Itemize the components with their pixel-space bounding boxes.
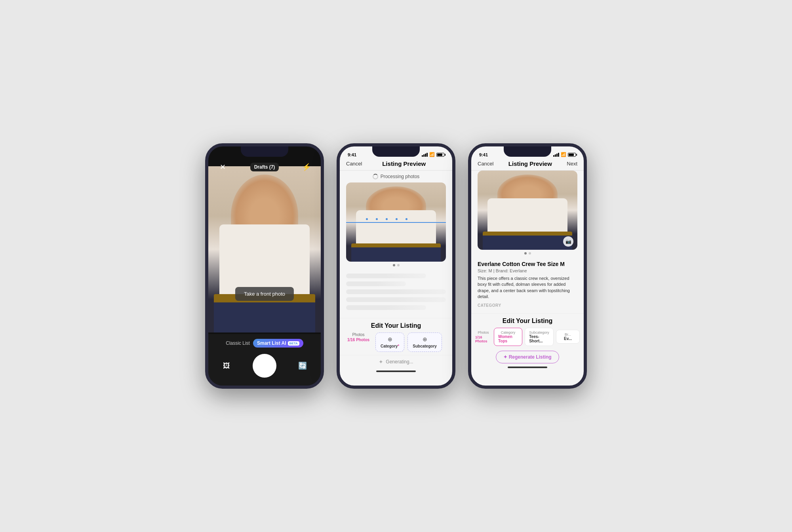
subcategory-tab-label: Subcategory — [529, 331, 549, 334]
status-icons: 📶 — [553, 152, 576, 157]
signal-icon — [422, 153, 428, 157]
category-header: CATEGORY — [478, 303, 577, 308]
loading-spinner — [373, 174, 378, 179]
status-icons: 📶 — [422, 152, 444, 157]
shutter-button[interactable] — [253, 354, 276, 378]
notch — [241, 146, 288, 157]
photos-tab[interactable]: Photos 1/16 Photos — [475, 331, 491, 343]
skeleton-line-4 — [346, 297, 446, 302]
drafts-button[interactable]: Drafts (7) — [250, 163, 279, 171]
cancel-button[interactable]: Cancel — [478, 161, 493, 167]
subcategory-tab[interactable]: Subcategory Tees- Short... — [525, 328, 554, 346]
smart-mode-button[interactable]: Smart List AI BETA — [253, 339, 303, 348]
subcategory-tab-value: Tees- Short... — [529, 334, 549, 343]
category-tab-label: Category* — [381, 344, 399, 348]
brand-tab-value: Ev... — [564, 336, 572, 341]
photos-tab[interactable]: Photos 1/16 Photos — [345, 332, 372, 352]
photos-label: Photos — [478, 331, 489, 334]
wifi-icon: 📶 — [561, 152, 566, 157]
phone-processing: 9:41 📶 Cancel Listing Preview — [337, 143, 455, 389]
edit-tabs: Photos 1/16 Photos ⊕ Category* ⊕ Subcate… — [340, 332, 452, 355]
notch — [372, 146, 420, 157]
cancel-button[interactable]: Cancel — [346, 161, 362, 167]
skeleton-line-1 — [346, 274, 426, 278]
brand-tab-label: Br... — [565, 332, 571, 336]
skeleton-line-5 — [346, 305, 426, 310]
regenerate-button[interactable]: ✦ Regenerate Listing — [496, 351, 559, 363]
listing-image — [346, 182, 446, 262]
camera-photo-area: Take a front photo — [208, 166, 321, 332]
camera-screen: ✕ Drafts (7) ⚡ Take a front photo Classi… — [208, 146, 321, 386]
time-display: 9:41 — [348, 152, 356, 157]
sparkle-icon: ✦ — [379, 359, 383, 365]
category-tab-label: Category — [501, 331, 516, 334]
subcategory-tab-label: Subcategory — [413, 344, 437, 348]
scan-dots — [366, 218, 407, 220]
edit-section-title: Edit Your Listing — [340, 318, 452, 332]
image-pagination — [340, 262, 452, 269]
page-title: Listing Preview — [508, 160, 552, 167]
home-indicator — [376, 370, 416, 372]
processing-text: Processing photos — [381, 174, 420, 179]
category-icon: ⊕ — [388, 336, 392, 342]
next-button[interactable]: Next — [567, 161, 577, 167]
category-tab[interactable]: Category Women Tops — [494, 328, 522, 346]
subcategory-tab[interactable]: ⊕ Subcategory — [407, 332, 442, 352]
skeleton-line-2 — [346, 281, 406, 286]
subcategory-icon: ⊕ — [423, 336, 427, 342]
photos-value: 1/16 Photos — [475, 335, 491, 343]
camera-bottom: Classic List Smart List AI BETA 🖼 🔄 — [208, 334, 321, 386]
edit-section-title: Edit Your Listing — [471, 314, 584, 328]
edit-section: Edit Your Listing Photos 1/16 Photos Cat… — [471, 313, 584, 363]
notch — [504, 146, 551, 157]
category-tab-value: Women Tops — [498, 334, 518, 343]
flip-camera-icon[interactable]: 🔄 — [296, 359, 309, 372]
scan-line — [346, 222, 446, 223]
phone-camera: ✕ Drafts (7) ⚡ Take a front photo Classi… — [205, 143, 324, 389]
page-title: Listing Preview — [382, 160, 426, 167]
photos-tab-label: Photos — [352, 332, 364, 337]
category-tab[interactable]: ⊕ Category* — [375, 332, 404, 352]
processing-screen: 9:41 📶 Cancel Listing Preview — [340, 146, 452, 375]
time-display: 9:41 — [479, 152, 488, 157]
result-tabs: Photos 1/16 Photos Category Women Tops S… — [471, 328, 584, 349]
listing-image: 📷 — [478, 171, 577, 250]
result-screen: 9:41 📶 Cancel Listing Preview Next — [471, 146, 584, 371]
edit-section: Edit Your Listing Photos 1/16 Photos ⊕ C… — [340, 318, 452, 368]
required-dot: * — [398, 344, 399, 348]
phone-result: 9:41 📶 Cancel Listing Preview Next — [468, 143, 587, 389]
generating-bar: ✦ Generating... — [340, 355, 452, 368]
skeleton-content — [340, 269, 452, 318]
camera-overlay-icon[interactable]: 📷 — [563, 236, 573, 247]
battery-icon — [436, 153, 444, 157]
listing-info: Everlane Cotton Crew Tee Size M Size: M … — [471, 257, 584, 313]
listing-title: Everlane Cotton Crew Tee Size M — [478, 261, 577, 267]
beta-badge: BETA — [288, 341, 299, 346]
person-photo-result — [478, 171, 577, 250]
classic-mode-label[interactable]: Classic List — [226, 340, 250, 346]
brand-tab[interactable]: Br... Ev... — [556, 330, 580, 344]
wifi-icon: 📶 — [429, 152, 435, 157]
regenerate-label: ✦ Regenerate Listing — [503, 354, 551, 360]
battery-icon — [568, 153, 576, 157]
listing-mode-bar: Classic List Smart List AI BETA — [216, 339, 313, 348]
photos-tab-value: 1/16 Photos — [347, 338, 369, 342]
flash-icon[interactable]: ⚡ — [300, 161, 313, 173]
camera-controls: 🖼 🔄 — [216, 354, 313, 378]
home-indicator — [508, 367, 547, 368]
nav-bar: Cancel Listing Preview Next — [471, 159, 584, 171]
close-icon[interactable]: ✕ — [216, 161, 229, 173]
skeleton-line-3 — [346, 289, 446, 294]
person-photo — [208, 166, 321, 332]
processing-banner: Processing photos — [340, 171, 452, 182]
signal-icon — [553, 153, 559, 157]
photo-prompt-text: Take a front photo — [235, 287, 294, 301]
nav-bar: Cancel Listing Preview — [340, 159, 452, 171]
image-pagination — [471, 250, 584, 257]
gallery-icon[interactable]: 🖼 — [220, 359, 233, 372]
generating-text: Generating... — [386, 359, 413, 365]
listing-description: This piece offers a classic crew neck, o… — [478, 276, 577, 300]
jeans-detail — [214, 302, 315, 332]
listing-meta: Size: M | Brand: Everlane — [478, 268, 577, 273]
shutter-inner — [255, 356, 274, 376]
